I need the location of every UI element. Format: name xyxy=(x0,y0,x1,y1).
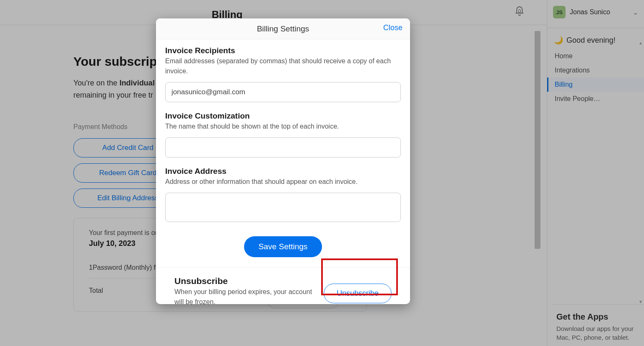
invoice-address-heading: Invoice Address xyxy=(165,167,401,176)
invoice-customization-input[interactable] xyxy=(165,137,401,158)
close-button[interactable]: Close xyxy=(383,23,402,32)
unsubscribe-text: Unsubscribe When your billing period exp… xyxy=(165,276,316,304)
invoice-address-section: Invoice Address Address or other informa… xyxy=(165,167,401,224)
scroll-down-icon: ▼ xyxy=(638,299,643,304)
invoice-recipients-sub: Email addresses (separated by commas) th… xyxy=(165,56,401,76)
unsubscribe-section: Unsubscribe When your billing period exp… xyxy=(156,268,410,304)
invoice-customization-section: Invoice Customization The name that shou… xyxy=(165,111,401,158)
invoice-recipients-input[interactable] xyxy=(165,82,401,102)
invoice-customization-sub: The name that should be shown at the top… xyxy=(165,121,401,132)
save-row: Save Settings xyxy=(165,233,401,267)
billing-settings-modal: Billing Settings Close Invoice Recipient… xyxy=(156,18,410,304)
modal-body[interactable]: Invoice Recipients Email addresses (sepa… xyxy=(156,39,410,304)
scroll-up-icon: ▲ xyxy=(638,40,643,45)
modal-header: Billing Settings Close xyxy=(156,18,410,39)
invoice-address-input[interactable] xyxy=(165,193,401,222)
unsubscribe-sub: When your billing period expires, your a… xyxy=(174,287,316,304)
unsubscribe-heading: Unsubscribe xyxy=(174,276,316,286)
invoice-recipients-heading: Invoice Recipients xyxy=(165,46,401,55)
modal-title: Billing Settings xyxy=(257,24,309,34)
invoice-customization-heading: Invoice Customization xyxy=(165,111,401,121)
invoice-address-sub: Address or other information that should… xyxy=(165,177,401,187)
invoice-recipients-section: Invoice Recipients Email addresses (sepa… xyxy=(165,46,401,102)
unsubscribe-button[interactable]: Unsubscribe xyxy=(324,284,392,303)
save-settings-button[interactable]: Save Settings xyxy=(244,236,322,257)
